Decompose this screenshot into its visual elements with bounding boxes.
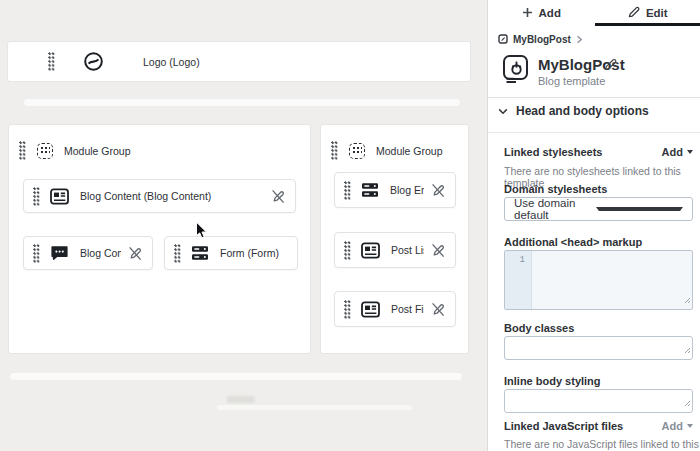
module-label: Post Filter (... — [391, 303, 424, 315]
dropzone-divider — [24, 99, 460, 106]
module-label: Blog Comments... — [80, 247, 121, 259]
inline-body-styling-input[interactable] — [504, 389, 693, 413]
no-edit-icon — [127, 246, 143, 261]
drag-handle-icon[interactable] — [344, 300, 351, 319]
template-icon — [498, 30, 508, 48]
edit-sidebar: Add Edit MyBlogPost MyBlogPost Blog temp… — [487, 0, 700, 451]
drag-handle-icon[interactable] — [19, 141, 26, 160]
domain-stylesheets-label: Domain stylesheets — [504, 183, 607, 195]
inline-body-styling-row: Inline body styling — [504, 375, 693, 387]
form-rows-icon — [361, 182, 379, 198]
section-label: Head and body options — [516, 104, 649, 118]
chevron-down-icon — [498, 108, 508, 115]
sidebar-tabs: Add Edit — [488, 0, 700, 26]
drag-handle-icon[interactable] — [33, 244, 40, 263]
dropzone-divider — [217, 405, 412, 410]
module-group-label: Module Group — [376, 145, 443, 157]
linked-stylesheets-row: Linked stylesheets Add — [504, 146, 693, 158]
caret-down-icon — [596, 207, 684, 211]
divider — [488, 132, 700, 133]
linked-js-row: Linked JavaScript files Add — [504, 420, 693, 432]
ghost-module — [227, 396, 255, 403]
module-label: Post Listing... — [391, 244, 424, 256]
module-group-1[interactable]: Module Group Blog Content (Blog Content)… — [8, 124, 311, 354]
add-stylesheet-button[interactable]: Add — [662, 146, 693, 158]
domain-stylesheets-row: Domain stylesheets — [504, 183, 693, 195]
module-label: Blog Content (Blog Content) — [80, 190, 264, 202]
line-number: 1 — [505, 251, 532, 309]
drag-handle-icon[interactable] — [33, 187, 40, 206]
chevron-right-icon — [576, 30, 583, 48]
module-label: Logo (Logo) — [143, 56, 470, 68]
resize-grip-icon[interactable] — [684, 393, 691, 411]
linked-stylesheets-label: Linked stylesheets — [504, 146, 602, 158]
inline-body-styling-label: Inline body styling — [504, 375, 601, 387]
no-edit-icon — [430, 243, 446, 258]
module-card-blog-comments[interactable]: Blog Comments... — [23, 236, 153, 270]
linked-js-label: Linked JavaScript files — [504, 420, 623, 432]
tab-add[interactable]: Add — [488, 0, 595, 26]
template-canvas: Logo (Logo) Module Group Blog Content (B… — [0, 0, 487, 451]
head-markup-editor[interactable]: 1 — [504, 250, 693, 310]
module-group-label: Module Group — [64, 145, 131, 157]
no-edit-icon — [270, 189, 286, 204]
divider — [488, 97, 700, 98]
drag-handle-icon[interactable] — [331, 141, 338, 160]
drag-handle-icon[interactable] — [344, 241, 351, 260]
hand-template-icon — [502, 54, 532, 89]
drag-handle-icon[interactable] — [344, 181, 351, 200]
pencil-icon — [628, 6, 640, 20]
module-card-post-listing[interactable]: Post Listing... — [334, 232, 456, 268]
resize-grip-icon[interactable] — [684, 290, 691, 308]
section-head-body-options[interactable]: Head and body options — [498, 104, 649, 118]
article-icon — [361, 301, 380, 318]
body-classes-input[interactable] — [504, 336, 693, 360]
body-classes-row: Body classes — [504, 322, 693, 334]
add-js-button[interactable]: Add — [662, 420, 693, 432]
code-area[interactable] — [532, 251, 692, 309]
no-edit-icon — [430, 183, 446, 198]
caret-down-icon — [687, 424, 693, 428]
module-label: Form (Form) — [220, 247, 297, 259]
module-group-header[interactable]: Module Group — [19, 141, 131, 160]
module-card-blog-content[interactable]: Blog Content (Blog Content) — [23, 179, 296, 213]
module-card-form[interactable]: Form (Form) — [164, 236, 298, 270]
add-label: Add — [662, 146, 683, 158]
caret-down-icon — [687, 150, 693, 154]
logo-module[interactable]: Logo (Logo) — [8, 42, 470, 81]
module-group-header[interactable]: Module Group — [331, 141, 443, 160]
logo-circle-icon — [83, 51, 104, 72]
js-empty-text: There are no JavaScript files linked to … — [504, 438, 700, 451]
plus-icon — [522, 7, 533, 20]
add-label: Add — [662, 420, 683, 432]
article-icon — [50, 188, 69, 205]
comments-icon — [50, 245, 69, 261]
breadcrumb-label: MyBlogPost — [513, 34, 571, 45]
article-icon — [361, 242, 380, 259]
module-label: Blog Email ... — [390, 184, 424, 196]
tab-edit-label: Edit — [646, 7, 668, 19]
tab-edit[interactable]: Edit — [595, 0, 700, 26]
module-group-icon — [349, 143, 365, 159]
select-value: Use domain default — [514, 197, 596, 221]
head-markup-row: Additional <head> markup — [504, 236, 693, 248]
resize-grip-icon[interactable] — [684, 340, 691, 358]
drag-handle-icon[interactable] — [48, 52, 55, 71]
tab-add-label: Add — [539, 7, 561, 19]
domain-stylesheets-select[interactable]: Use domain default — [504, 197, 693, 221]
drag-handle-icon[interactable] — [174, 244, 181, 263]
head-markup-label: Additional <head> markup — [504, 236, 642, 248]
body-classes-label: Body classes — [504, 322, 574, 334]
module-group-2[interactable]: Module Group Blog Email ... Post Listing… — [320, 124, 469, 354]
module-card-blog-email[interactable]: Blog Email ... — [334, 172, 456, 208]
dropzone-divider — [10, 373, 462, 380]
template-subtitle: Blog template — [538, 75, 605, 87]
template-editor: Logo (Logo) Module Group Blog Content (B… — [0, 0, 700, 451]
module-card-post-filter[interactable]: Post Filter (... — [334, 291, 456, 327]
no-edit-icon — [430, 302, 446, 317]
module-group-icon — [37, 143, 53, 159]
form-rows-icon — [191, 245, 209, 261]
edit-title-pencil-icon[interactable] — [604, 57, 617, 75]
breadcrumb[interactable]: MyBlogPost — [498, 30, 583, 48]
